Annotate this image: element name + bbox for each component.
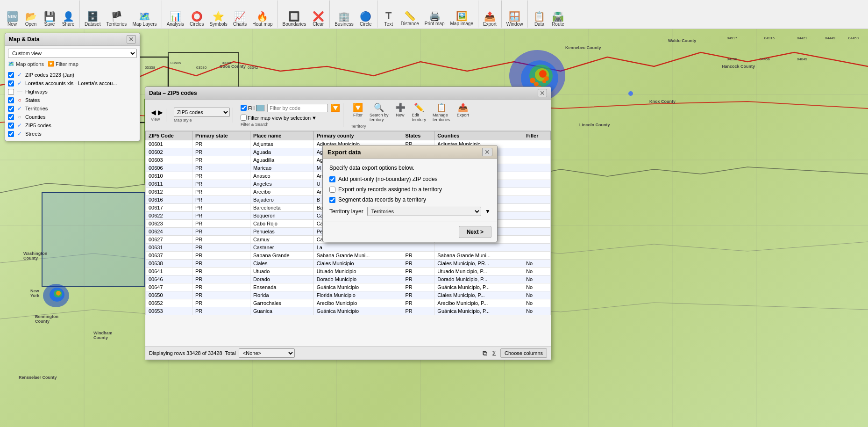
territories-button[interactable]: 🏴 Territories [104,11,128,28]
boundaries-button[interactable]: 🔲 Boundaries [281,11,308,28]
layer-territories-checkbox[interactable] [8,106,14,112]
choose-columns-button[interactable]: Choose columns [500,348,547,358]
share-button[interactable]: 👤 Share [60,11,77,28]
svg-point-12 [54,290,62,297]
col-counties[interactable]: Counties [434,131,523,140]
col-states[interactable]: States [402,131,434,140]
heatmap-button[interactable]: 🔥 Heat map [250,11,274,28]
circle-button[interactable]: 🔵 Circle [357,11,374,28]
layer-highways-checkbox[interactable] [8,89,14,95]
only-assigned-checkbox[interactable] [329,187,335,193]
business-button[interactable]: 🏢 Business [333,11,356,28]
manage-territories-button[interactable]: 📋 Manage territories [431,101,452,123]
open-button[interactable]: 📂 Open [22,11,39,28]
add-point-checkbox[interactable] [329,176,335,182]
table-cell-county: Utuado Municipio [313,268,402,275]
table-row[interactable]: 00653PRGuanicaGuánica MunicipioPRGuánica… [146,307,551,315]
table-cell-zip: 00650 [146,291,192,299]
edit-territory-button[interactable]: ✏️ Edit territory [410,101,428,123]
svg-point-11 [50,288,64,302]
table-cell-filler: No [523,283,551,291]
save-button[interactable]: 💾 Save [41,11,58,28]
zip-04258: 04258 [727,57,737,61]
table-row[interactable]: 00652PRGarrochalesArecibo MunicipioPRAre… [146,299,551,307]
symbols-button[interactable]: ⭐ Symbols [207,11,229,28]
next-nav-icon[interactable]: ▶ [158,109,163,116]
charts-button[interactable]: 📈 Charts [231,11,249,28]
copy-icon[interactable]: ⧉ [481,349,489,357]
layer-counties-icon: ○ [16,114,23,120]
route-button[interactable]: 🛣️ Route [549,11,566,28]
layer-loretta-checkbox[interactable] [8,80,14,87]
table-row[interactable]: 00638PRCialesCiales MunicipioPRCiales Mu… [146,260,551,268]
analysis-button[interactable]: 📊 Analysis [165,11,186,28]
dataset-button[interactable]: 🗄️ Dataset [83,11,102,28]
window-button[interactable]: 🪟 Window [505,11,525,28]
fill-checkbox[interactable] [241,105,247,111]
table-cell-filler [523,180,551,188]
table-row[interactable]: 00637PRSabana GrandeSabana Grande Muni..… [146,252,551,260]
territory-layer-select[interactable]: Territories Custom territories [367,207,481,216]
prev-nav-icon[interactable]: ◀ [151,109,156,116]
distance-button[interactable]: 📏 Distance [399,10,421,27]
col-primary-state[interactable]: Primary state [192,131,250,140]
business-icon: 🏢 [338,12,350,21]
export-data-button[interactable]: 📤 Export [455,101,471,118]
map-image-button[interactable]: 🖼️ Map image [448,10,475,27]
segment-data-checkbox[interactable] [329,197,335,203]
new-territory-button[interactable]: ➕ New [393,101,407,118]
data-toolbar-button[interactable]: 📋 Data [531,11,548,28]
filter-map-button[interactable]: 🔽 Filter map [48,61,78,67]
filter-input[interactable] [267,104,328,112]
filter-icon[interactable]: 🔽 [331,103,340,112]
layer-zip5codes-checkbox[interactable] [8,123,14,129]
add-point-label: Add point-only (no-boundary) ZIP codes [338,176,438,182]
layer-streets-checkbox[interactable] [8,131,14,137]
route-label: Route [552,22,564,27]
filter-by-selection-arrow[interactable]: ▼ [312,115,317,121]
new-button[interactable]: 🆕 New [4,11,21,28]
col-filler[interactable]: Filler [523,131,551,140]
total-select[interactable]: <None> [239,348,295,358]
table-row[interactable]: 00641PRUtuadoUtuado MunicipioPRUtuado Mu… [146,268,551,275]
clear-icon: ❌ [313,12,324,21]
table-cell-filler [523,220,551,228]
print-map-button[interactable]: 🖨️ Print map [423,10,447,27]
map-label-waldo: Waldo County [668,38,696,43]
custom-view-select[interactable]: Custom view [8,49,137,58]
data-window-close-button[interactable]: ✕ [538,89,547,97]
map-data-title-bar[interactable]: Map & Data ✕ [5,33,140,46]
clear-button[interactable]: ❌ Clear [310,11,327,28]
map-data-close-button[interactable]: ✕ [127,35,136,43]
fill-color-box[interactable] [256,105,264,111]
export-dialog-close-button[interactable]: ✕ [482,148,492,156]
table-row[interactable]: 00646PRDoradoDorado MunicipioPRDorado Mu… [146,275,551,283]
filter-by-selection-checkbox[interactable] [241,115,247,121]
col-zip5code[interactable]: ZIP5 Code [146,131,192,140]
table-cell-filler [523,204,551,212]
map-options-button[interactable]: 🗺️ Map options [8,61,44,67]
table-cell-place: Ciales [250,260,313,268]
layer-counties-checkbox[interactable] [8,114,14,120]
text-button[interactable]: T Text [380,10,397,28]
window-icon: 🪟 [509,12,520,21]
circles-button[interactable]: ⭕ Circles [188,11,206,28]
table-row[interactable]: 00631PRCastanerLa [146,244,551,252]
export-dialog-title-bar[interactable]: Export data ✕ [323,145,497,159]
data-title-bar[interactable]: Data – ZIP5 codes ✕ [145,87,551,100]
layer-zip2023-checkbox[interactable] [8,72,14,78]
table-row[interactable]: 00650PRFloridaFlorida MunicipioPRCiales … [146,291,551,299]
table-row[interactable]: 00647PREnsenadaGuánica MunicipioPRGuánic… [146,283,551,291]
view-select[interactable]: ZIP5 codes [174,108,230,117]
export-toolbar-button[interactable]: 📤 Export [481,11,498,28]
filter-territory-button[interactable]: 🔽 Filter [351,101,365,118]
map-layers-button[interactable]: 🗺️ Map Layers [130,11,158,28]
search-by-territory-button[interactable]: 🔍 Search by territory [368,101,391,123]
table-cell-zip: 00617 [146,204,192,212]
col-place-name[interactable]: Place name [250,131,313,140]
next-button[interactable]: Next > [459,226,491,238]
sum-icon[interactable]: Σ [491,349,498,357]
col-primary-county[interactable]: Primary county [313,131,402,140]
layer-states-checkbox[interactable] [8,97,14,103]
table-cell-zip: 00624 [146,228,192,236]
